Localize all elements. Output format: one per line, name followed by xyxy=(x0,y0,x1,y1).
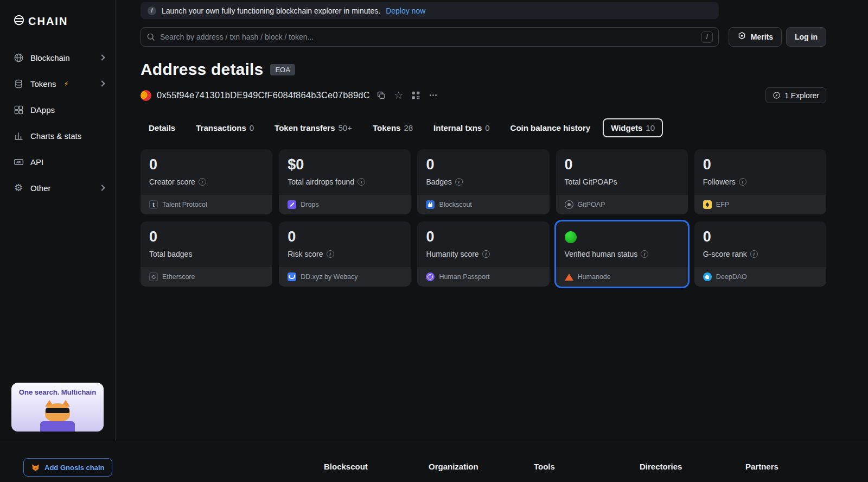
compass-icon xyxy=(773,91,781,99)
search-input[interactable] xyxy=(160,33,697,41)
bar-chart-icon xyxy=(13,130,24,141)
info-icon[interactable] xyxy=(750,250,758,258)
multichain-promo-card[interactable]: One search. Multichain xyxy=(11,383,104,432)
sidebar-item-label: Tokens xyxy=(30,79,56,88)
widget-card-creator-score[interactable]: 0 Creator score Talent Protocol xyxy=(141,149,272,214)
widget-source: Humanode xyxy=(578,273,611,281)
webacy-icon xyxy=(288,272,296,281)
add-chain-label: Add Gnosis chain xyxy=(44,464,105,472)
widget-value: 0 xyxy=(426,229,540,245)
tab-count: 0 xyxy=(250,123,254,132)
search-bar: / xyxy=(141,27,719,47)
qr-code-icon[interactable] xyxy=(410,90,422,102)
sidebar-item-label: API xyxy=(30,157,43,167)
info-circle-icon xyxy=(148,7,156,15)
widget-card-humanity-score[interactable]: 0 Humanity score Human Passport xyxy=(417,221,549,287)
sidebar-item-blockchain[interactable]: Blockchain xyxy=(0,45,115,71)
more-options-icon[interactable] xyxy=(427,90,439,102)
widget-source: DD.xyz by Webacy xyxy=(301,273,358,281)
cat-laptop xyxy=(40,421,75,432)
merits-button[interactable]: Merits xyxy=(729,27,782,47)
widget-value xyxy=(565,229,679,245)
widget-value: 0 xyxy=(703,157,818,173)
info-icon[interactable] xyxy=(641,250,648,258)
info-icon[interactable] xyxy=(358,178,365,186)
info-icon[interactable] xyxy=(327,250,334,258)
sidebar-item-api[interactable]: API API xyxy=(0,149,115,175)
widget-label: Badges xyxy=(426,177,451,186)
copy-icon[interactable] xyxy=(375,90,387,102)
address-hash: 0x55f94e741301bDE949CfF6084f864b3Ce07b89… xyxy=(157,90,370,100)
widget-source: Drops xyxy=(301,201,318,208)
explorer-button[interactable]: 1 Explorer xyxy=(765,87,826,103)
human-passport-icon xyxy=(426,272,435,281)
widget-label: Humanity score xyxy=(426,250,478,258)
sidebar-item-label: DApps xyxy=(30,105,55,115)
tab-transactions[interactable]: Transactions0 xyxy=(188,118,262,137)
tab-label: Details xyxy=(149,123,175,132)
login-button[interactable]: Log in xyxy=(786,27,826,47)
explorer-label: 1 Explorer xyxy=(784,91,819,100)
widget-label: Followers xyxy=(703,177,736,186)
sidebar-item-other[interactable]: ⚙ Other xyxy=(0,175,115,201)
sidebar-item-tokens[interactable]: Tokens ⚡ xyxy=(0,71,115,97)
widget-source: EFP xyxy=(716,201,729,208)
tab-count: 28 xyxy=(404,123,413,132)
address-row: 0x55f94e741301bDE949CfF6084f864b3Ce07b89… xyxy=(141,87,826,103)
widget-card-risk-score[interactable]: 0 Risk score DD.xyz by Webacy xyxy=(279,221,411,287)
deploy-banner: Launch your own fully functioning blockc… xyxy=(141,2,719,19)
logo-text: CHAIN xyxy=(28,15,68,28)
widget-label: Total GitPOAPs xyxy=(565,177,617,186)
address-avatar xyxy=(141,90,151,101)
tab-tokens[interactable]: Tokens28 xyxy=(365,118,421,137)
footer-col-directories: Directories xyxy=(640,462,682,471)
widget-card-verified-human-status[interactable]: Verified human status Humanode xyxy=(556,221,688,287)
info-icon[interactable] xyxy=(482,250,490,258)
coins-icon xyxy=(13,78,24,89)
widget-card-total-airdrops[interactable]: $0 Total airdrops found Drops xyxy=(279,149,411,214)
info-icon[interactable] xyxy=(455,178,463,186)
address-type-badge: EOA xyxy=(270,64,295,75)
info-icon[interactable] xyxy=(199,178,206,186)
widget-source: GitPOAP xyxy=(578,201,605,208)
sidebar-item-charts-stats[interactable]: Charts & stats xyxy=(0,123,115,149)
add-gnosis-chain-button[interactable]: Add Gnosis chain xyxy=(23,458,112,477)
widget-card-followers[interactable]: 0 Followers EFP xyxy=(694,149,826,214)
footer-col-tools: Tools xyxy=(534,462,555,471)
tab-details[interactable]: Details xyxy=(141,118,183,137)
tab-label: Transactions xyxy=(196,123,246,132)
sidebar: CHAIN Blockchain Tokens ⚡ xyxy=(0,0,116,441)
widget-source: DeepDAO xyxy=(716,273,747,281)
tab-label: Internal txns xyxy=(433,123,482,132)
widget-card-total-gitpoaps[interactable]: 0 Total GitPOAPs GitPOAP xyxy=(556,149,688,214)
tab-count: 0 xyxy=(485,123,489,132)
deploy-now-link[interactable]: Deploy now xyxy=(386,7,425,15)
verified-status-green-dot xyxy=(565,231,577,243)
login-label: Log in xyxy=(795,33,818,41)
promo-title: One search. Multichain xyxy=(11,388,104,396)
cat-sunglasses xyxy=(46,408,69,413)
page-footer: Add Gnosis chain Blockscout Organization… xyxy=(0,441,868,482)
widget-card-total-badges[interactable]: 0 Total badges Etherscore xyxy=(141,221,272,287)
gitpoap-icon xyxy=(565,200,573,209)
lightning-icon: ⚡ xyxy=(64,80,69,88)
page-title: Address details xyxy=(141,60,263,79)
widget-value: 0 xyxy=(149,229,264,245)
widget-card-g-score-rank[interactable]: 0 G-score rank DeepDAO xyxy=(694,221,826,287)
widget-label: Verified human status xyxy=(565,250,638,258)
app-logo[interactable]: CHAIN xyxy=(13,14,115,28)
blockscout-icon xyxy=(426,200,435,209)
tab-coin-balance-history[interactable]: Coin balance history xyxy=(502,118,599,137)
widget-source: Etherscore xyxy=(162,273,195,281)
tab-widgets[interactable]: Widgets10 xyxy=(603,118,663,137)
widget-value: 0 xyxy=(565,157,679,173)
metamask-fox-icon xyxy=(31,464,40,472)
favorite-star-icon[interactable]: ☆ xyxy=(393,90,405,102)
widget-card-badges[interactable]: 0 Badges Blockscout xyxy=(417,149,549,214)
tab-internal-txns[interactable]: Internal txns0 xyxy=(425,118,498,137)
tab-token-transfers[interactable]: Token transfers50+ xyxy=(266,118,360,137)
sidebar-item-dapps[interactable]: DApps xyxy=(0,97,115,123)
info-icon[interactable] xyxy=(739,178,746,186)
chevron-right-icon xyxy=(99,80,105,86)
app-shell: CHAIN Blockchain Tokens ⚡ xyxy=(0,0,868,441)
